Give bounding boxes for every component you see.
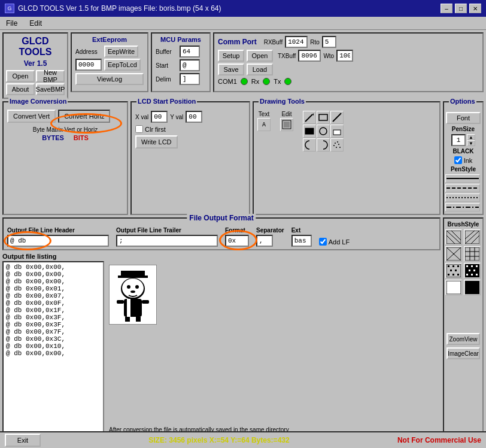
add-lf-label[interactable]: Add LF	[319, 238, 350, 246]
ext-col-label: Ext	[291, 227, 312, 234]
wto-input[interactable]	[336, 50, 353, 62]
address-label: Address	[75, 49, 102, 55]
tool-half-circle-r[interactable]	[317, 138, 330, 152]
list-item: @ db 0x00,0x3F,	[6, 321, 101, 328]
image-preview-area: After conversion the file is automatical…	[109, 253, 441, 435]
eep-to-lcd-button[interactable]: EepToLcd	[104, 59, 141, 71]
txbuff-input[interactable]	[298, 50, 321, 62]
x-val-input[interactable]	[151, 111, 168, 123]
list-item: @ db 0x00,0x3C,	[6, 335, 101, 343]
delim-input[interactable]	[180, 73, 200, 85]
penstyle-dashdot[interactable]	[445, 203, 480, 211]
output-listing-container: Output file listing @ db 0x00,0x00,@ db …	[2, 253, 104, 435]
close-button[interactable]: ✕	[469, 4, 481, 13]
brushstyle-label: BrushStyle	[448, 221, 479, 228]
black-label: BLACK	[453, 148, 474, 155]
trailer-input[interactable]	[116, 235, 218, 247]
rxbuff-input[interactable]	[285, 36, 308, 48]
tool-rect[interactable]	[317, 111, 330, 124]
add-lf-checkbox[interactable]	[319, 238, 327, 246]
pensize-down[interactable]: ▼	[467, 140, 475, 146]
list-item: @ db 0x00,0x00,	[6, 264, 101, 271]
eep-write-button[interactable]: EepWrite	[104, 46, 138, 57]
brush-solid-white[interactable]	[445, 280, 462, 295]
tool-pencil[interactable]	[303, 111, 316, 124]
exit-button[interactable]: Exit	[5, 434, 41, 447]
edit-tool-label: Edit	[281, 111, 291, 117]
menu-edit[interactable]: Edit	[26, 18, 45, 29]
svg-rect-62	[469, 270, 470, 271]
save-bmp-button[interactable]: SaveBMP	[36, 83, 65, 95]
tool-line[interactable]	[330, 111, 344, 124]
open-comm-button[interactable]: Open	[247, 50, 273, 62]
clr-first-label[interactable]: Clr first	[135, 125, 166, 133]
view-log-button[interactable]: ViewLog	[75, 73, 144, 85]
rto-input[interactable]	[322, 36, 336, 48]
brush-grid[interactable]	[464, 246, 481, 262]
image-clear-button[interactable]: ImageClear	[446, 347, 480, 359]
tool-spray[interactable]	[330, 138, 344, 152]
ext-input[interactable]	[291, 235, 312, 247]
y-val-input[interactable]	[186, 111, 202, 123]
brush-solid-black[interactable]	[464, 280, 481, 295]
ext-eeprom-panel: ExtEeprom Address EepWrite EepToLcd View…	[71, 32, 148, 92]
ink-checkbox[interactable]	[454, 156, 462, 164]
edit-tool-button[interactable]	[280, 118, 293, 131]
start-input[interactable]	[180, 59, 200, 71]
menu-file[interactable]: File	[2, 18, 21, 29]
write-lcd-button[interactable]: Write LCD	[135, 135, 178, 149]
lcd-start-title: LCD Start Position	[136, 98, 197, 105]
tool-half-circle-l[interactable]	[303, 138, 316, 152]
new-bmp-button[interactable]: New BMP	[36, 70, 65, 82]
address-input[interactable]	[75, 59, 102, 71]
setup-button[interactable]: Setup	[218, 50, 244, 62]
list-item: @ db 0x00,0x10,	[6, 343, 101, 350]
svg-line-36	[446, 235, 455, 244]
maximize-button[interactable]: □	[455, 4, 467, 13]
format-input[interactable]	[225, 235, 249, 247]
svg-rect-59	[466, 265, 468, 267]
open-button[interactable]: Open	[6, 70, 35, 82]
minimize-button[interactable]: –	[441, 4, 452, 13]
status-bar: Exit SIZE: 3456 pixels X:=54 Y:=64 Bytes…	[0, 431, 486, 448]
text-tool-button[interactable]: A	[257, 118, 271, 131]
about-button[interactable]: About	[6, 83, 35, 95]
svg-point-11	[333, 145, 335, 146]
tool-circle[interactable]	[317, 125, 330, 138]
brush-dotted2[interactable]	[464, 263, 481, 279]
third-row: File Output Format Output File Line Head…	[2, 217, 484, 435]
convert-vert-button[interactable]: Convert Vert	[7, 110, 56, 123]
output-listing[interactable]: @ db 0x00,0x00,@ db 0x00,0x00,@ db 0x00,…	[2, 261, 104, 435]
brush-crosshatch[interactable]	[445, 246, 462, 262]
svg-line-5	[333, 113, 341, 122]
brush-hatch1[interactable]	[445, 229, 462, 245]
header-input[interactable]	[7, 235, 109, 247]
load-button[interactable]: Load	[247, 63, 273, 75]
app-icon: G	[5, 4, 14, 13]
brush-hatch2[interactable]	[464, 229, 481, 245]
ink-label[interactable]: Ink	[454, 156, 473, 164]
font-button[interactable]: Font	[446, 112, 481, 124]
svg-rect-64	[466, 274, 468, 276]
tool-fill-rect[interactable]	[303, 125, 316, 138]
separator-input[interactable]	[256, 235, 273, 247]
svg-rect-50	[448, 265, 449, 267]
tool-eraser[interactable]	[330, 125, 344, 138]
clr-first-checkbox[interactable]	[135, 125, 143, 133]
penstyle-dot[interactable]	[445, 193, 480, 202]
trailer-col-label: Output File Line Trailer	[116, 227, 218, 234]
size-info: SIZE: 3456 pixels X:=54 Y:=64 Bytes:=432	[148, 436, 289, 444]
penstyle-solid[interactable]	[445, 174, 480, 183]
penstyle-label: PenStyle	[451, 166, 476, 172]
buffer-input[interactable]	[180, 46, 200, 57]
brush-dotted1[interactable]	[445, 263, 462, 279]
comm-title: Comm Port	[218, 38, 257, 46]
file-output-title: File Output Format	[187, 214, 256, 222]
zoom-view-button[interactable]: ZoomView	[446, 333, 480, 345]
svg-rect-65	[471, 274, 473, 276]
penstyle-dash[interactable]	[445, 184, 480, 192]
svg-rect-30	[142, 300, 149, 304]
convert-horiz-button[interactable]: Convert Horiz	[58, 110, 110, 123]
save-comm-button[interactable]: Save	[218, 63, 244, 75]
pensize-up[interactable]: ▲	[467, 134, 475, 140]
